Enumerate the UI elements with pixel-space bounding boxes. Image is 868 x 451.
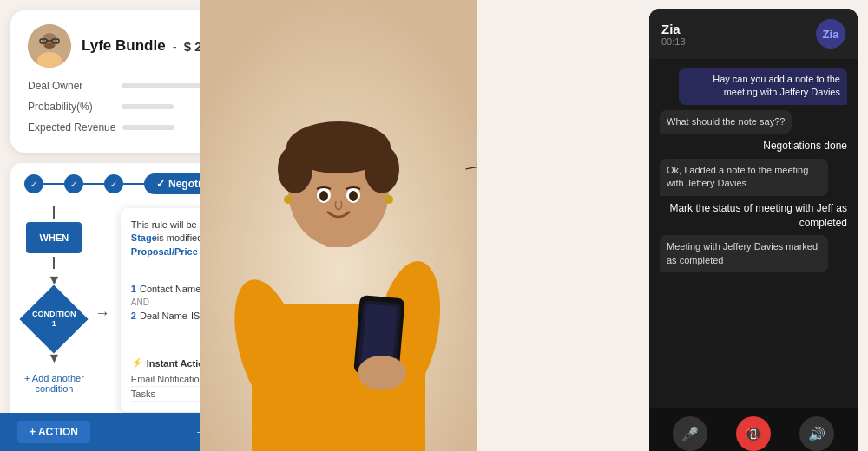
cond-1-num: 1 <box>131 284 136 294</box>
svg-point-21 <box>319 191 328 201</box>
msg-5: Mark the status of meeting with Jeff as … <box>660 201 847 231</box>
zia-avatar-text: Zia <box>823 28 839 41</box>
svg-point-28 <box>358 356 406 390</box>
cond-2-num: 2 <box>131 310 136 321</box>
cond-1-field: Contact Name <box>140 284 201 294</box>
svg-point-18 <box>321 125 382 156</box>
zia-avatar: Zia <box>816 19 845 49</box>
zia-chat-panel: Zia 00:13 Zia Hay can you add a note to … <box>649 9 858 451</box>
zia-info: Zia 00:13 <box>661 22 686 47</box>
condition-label: CONDITION1 <box>32 310 76 329</box>
svg-point-24 <box>385 195 393 204</box>
mic-icon: 🎤 <box>681 426 699 442</box>
msg-4: Ok, I added a note to the meeting with J… <box>660 159 828 196</box>
volume-button[interactable]: 🔊 <box>799 416 834 451</box>
connector-line-2 <box>53 257 55 269</box>
stage-highlight: Stage <box>131 232 157 243</box>
stage-3: ✓ <box>104 174 123 193</box>
person-background: → <box>200 0 477 451</box>
field-deal-owner: Deal Owner <box>28 80 217 92</box>
probability-bar <box>122 104 174 109</box>
field-expected-revenue: Expected Revenue <box>28 121 217 134</box>
field-probability: Probability(%) <box>28 101 217 113</box>
deal-owner-label: Deal Owner <box>28 80 115 92</box>
end-call-icon: 📵 <box>745 426 762 442</box>
svg-point-22 <box>349 191 358 201</box>
call-controls: 🎤 📵 🔊 <box>649 408 858 451</box>
svg-point-15 <box>278 145 312 193</box>
deal-price: - <box>173 39 177 54</box>
add-condition-link[interactable]: + Add anothercondition <box>24 373 84 394</box>
volume-icon: 🔊 <box>808 426 825 442</box>
deal-name: Lyfe Bundle <box>82 37 166 55</box>
svg-point-5 <box>44 43 55 49</box>
cond-2-field: Deal Name <box>140 310 187 321</box>
expected-revenue-label: Expected Revenue <box>28 121 115 134</box>
probability-label: Probability(%) <box>28 101 115 113</box>
stage-line-2 <box>83 183 104 185</box>
mic-button[interactable]: 🎤 <box>673 416 707 451</box>
when-arrow-icon: → <box>95 215 110 412</box>
svg-point-23 <box>284 195 293 204</box>
connector-line-1 <box>53 206 55 219</box>
stage-line-3 <box>123 183 144 185</box>
when-box: WHEN <box>26 222 82 253</box>
add-action-button[interactable]: + ACTION <box>17 421 90 443</box>
stage-2: ✓ <box>64 174 83 193</box>
stage-line-1 <box>43 183 64 185</box>
workflow-left: WHEN ▼ CONDITION1 ▼ + Add anotherconditi… <box>24 206 84 412</box>
chat-messages: Hay can you add a note to the meeting wi… <box>649 59 858 408</box>
zia-time: 00:13 <box>661 36 686 47</box>
zia-name: Zia <box>661 22 686 36</box>
condition-diamond: CONDITION1 <box>20 284 89 353</box>
msg-1: Hay can you add a note to the meeting wi… <box>679 68 847 105</box>
person-area: → <box>200 0 477 451</box>
checkmark-icon: ✓ <box>156 178 165 190</box>
end-call-button[interactable]: 📵 <box>736 416 771 451</box>
cond-2-op: IS <box>191 310 200 321</box>
lightning-icon: ⚡ <box>131 357 143 369</box>
stage-1: ✓ <box>24 174 43 193</box>
msg-6: Meeting with Jeffery Davies marked as co… <box>660 235 828 272</box>
expected-revenue-bar <box>122 125 174 130</box>
msg-3: Negotiations done <box>763 139 847 154</box>
zia-header: Zia 00:13 Zia <box>649 9 858 59</box>
avatar <box>28 24 71 68</box>
msg-2: What should the note say?? <box>660 110 792 134</box>
